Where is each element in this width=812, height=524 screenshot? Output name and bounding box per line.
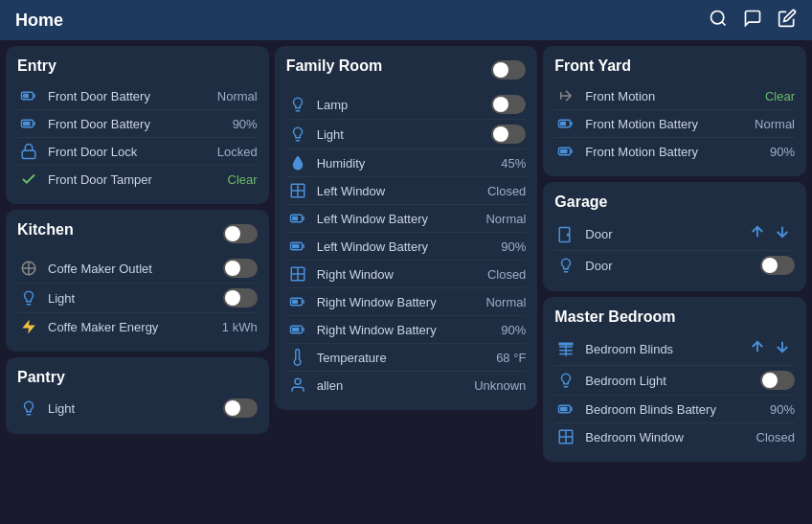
table-row: Front Door Battery 90% bbox=[17, 110, 258, 138]
table-row: Humidity 45% bbox=[286, 149, 527, 177]
row-label: allen bbox=[317, 378, 474, 393]
family-room-panel: Family Room Lamp Light bbox=[275, 46, 538, 410]
message-icon[interactable] bbox=[743, 9, 762, 33]
column-2: Family Room Lamp Light bbox=[275, 46, 538, 518]
row-value: Unknown bbox=[474, 378, 526, 393]
table-row: Front Motion Battery 90% bbox=[554, 138, 795, 165]
garage-door-toggle[interactable] bbox=[760, 256, 795, 275]
row-label: Front Door Tamper bbox=[48, 172, 228, 187]
bulb-icon bbox=[286, 125, 309, 143]
table-row: Right Window Battery 90% bbox=[286, 316, 527, 344]
window-icon bbox=[286, 265, 309, 283]
lock-icon bbox=[17, 143, 40, 160]
outlet-toggle[interactable] bbox=[223, 259, 258, 278]
row-label: Light bbox=[317, 127, 492, 142]
bulb-icon bbox=[286, 96, 309, 113]
row-label: Door bbox=[585, 227, 745, 241]
table-row: Door bbox=[554, 251, 795, 280]
table-row: Front Door Lock Locked bbox=[17, 138, 258, 166]
pantry-panel: Pantry Light bbox=[6, 357, 269, 434]
battery-icon bbox=[286, 321, 309, 338]
svg-rect-15 bbox=[292, 216, 298, 221]
row-label: Bedroom Light bbox=[585, 374, 760, 388]
search-icon[interactable] bbox=[709, 9, 728, 33]
row-label: Front Motion bbox=[585, 89, 765, 103]
blinds-up-button[interactable] bbox=[745, 338, 770, 360]
battery-icon bbox=[286, 238, 309, 255]
row-value: 90% bbox=[501, 239, 526, 254]
table-row: Bedroom Window Closed bbox=[554, 423, 795, 450]
window-icon bbox=[286, 182, 309, 199]
row-value: 45% bbox=[501, 156, 526, 171]
table-row: Right Window Closed bbox=[286, 261, 527, 288]
table-row: Light bbox=[286, 120, 527, 149]
blind-icon bbox=[554, 341, 577, 358]
row-value: 90% bbox=[770, 402, 795, 417]
row-label: Temperature bbox=[317, 351, 496, 365]
row-label: Front Door Lock bbox=[48, 145, 217, 159]
row-label: Front Motion Battery bbox=[585, 117, 755, 131]
svg-line-1 bbox=[722, 21, 726, 25]
table-row: Front Motion Clear bbox=[554, 82, 795, 110]
bulb-icon bbox=[17, 399, 40, 417]
door-up-button[interactable] bbox=[745, 223, 770, 245]
kitchen-toggle[interactable] bbox=[223, 224, 258, 243]
svg-point-0 bbox=[711, 11, 724, 23]
door-down-button[interactable] bbox=[770, 223, 795, 245]
table-row: Front Door Battery Normal bbox=[17, 82, 258, 110]
row-label: Coffe Maker Outlet bbox=[48, 262, 223, 276]
front-yard-panel: Front Yard Front Motion Clear Front Moti… bbox=[543, 46, 806, 176]
battery-icon bbox=[286, 210, 309, 227]
row-label: Left Window bbox=[317, 184, 487, 198]
bedroom-light-toggle[interactable] bbox=[760, 371, 795, 390]
edit-icon[interactable] bbox=[778, 9, 797, 33]
master-bedroom-title: Master Bedroom bbox=[554, 308, 795, 326]
page-title: Home bbox=[15, 11, 63, 31]
family-room-toggle[interactable] bbox=[491, 60, 526, 80]
row-label: Lamp bbox=[317, 98, 492, 112]
check-icon bbox=[17, 171, 40, 188]
lamp-toggle[interactable] bbox=[491, 95, 526, 114]
row-label: Bedroom Blinds bbox=[585, 342, 745, 356]
svg-rect-17 bbox=[292, 244, 300, 249]
blinds-down-button[interactable] bbox=[770, 338, 795, 360]
kitchen-panel: Kitchen Coffe Maker Outlet Light bbox=[6, 210, 269, 352]
battery-icon bbox=[17, 115, 40, 132]
row-label: Front Motion Battery bbox=[585, 145, 770, 159]
row-value: Closed bbox=[487, 184, 526, 198]
light-toggle[interactable] bbox=[223, 288, 258, 308]
table-row: Left Window Battery 90% bbox=[286, 233, 527, 261]
row-label: Left Window Battery bbox=[317, 212, 486, 226]
row-value: Normal bbox=[485, 295, 526, 309]
master-bedroom-panel: Master Bedroom Bedroom Blinds B bbox=[543, 297, 806, 462]
battery-icon bbox=[554, 143, 577, 160]
table-row: Left Window Closed bbox=[286, 177, 527, 205]
svg-rect-24 bbox=[292, 328, 300, 332]
column-1: Entry Front Door Battery Normal Front Do… bbox=[6, 46, 269, 518]
kitchen-title: Kitchen bbox=[17, 221, 74, 239]
row-value: 1 kWh bbox=[222, 320, 258, 334]
svg-rect-6 bbox=[22, 150, 35, 158]
row-label: Light bbox=[48, 291, 223, 306]
table-row: Front Door Tamper Clear bbox=[17, 166, 258, 193]
svg-point-25 bbox=[295, 378, 301, 384]
motion-icon bbox=[554, 87, 577, 104]
table-row: Bedroom Blinds Battery 90% bbox=[554, 396, 795, 423]
row-label: Left Window Battery bbox=[317, 239, 502, 254]
garage-panel: Garage Door Door bbox=[543, 182, 806, 291]
light-toggle-fr[interactable] bbox=[491, 125, 526, 144]
pantry-light-toggle[interactable] bbox=[223, 399, 258, 418]
garage-title: Garage bbox=[554, 194, 795, 211]
row-label: Front Door Battery bbox=[48, 117, 233, 131]
table-row: Bedroom Light bbox=[554, 366, 795, 396]
table-row: Coffe Maker Outlet bbox=[17, 254, 258, 284]
row-value: Closed bbox=[487, 267, 526, 282]
row-label: Bedroom Blinds Battery bbox=[585, 402, 770, 417]
temperature-icon bbox=[286, 349, 309, 366]
table-row: Door bbox=[554, 218, 795, 251]
battery-icon bbox=[17, 87, 40, 104]
row-value: Normal bbox=[217, 89, 258, 103]
person-icon bbox=[286, 376, 309, 394]
entry-title: Entry bbox=[17, 57, 258, 75]
row-value: Clear bbox=[765, 89, 795, 103]
